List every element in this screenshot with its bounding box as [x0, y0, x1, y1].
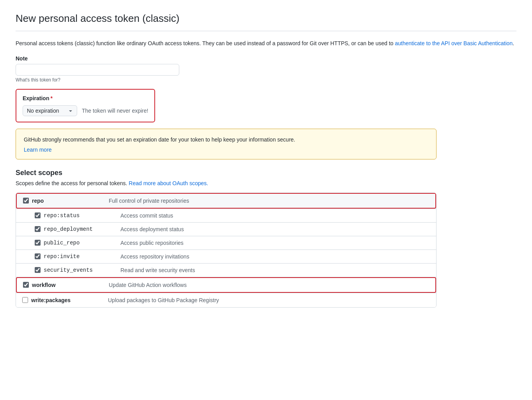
divider	[16, 31, 516, 31]
repo-status-name: repo:status	[44, 212, 80, 219]
note-group: Note What's this token for?	[16, 55, 516, 83]
repo-deployment-checkbox[interactable]	[35, 226, 41, 232]
description: Personal access tokens (classic) functio…	[16, 39, 516, 48]
expiration-row: No expiration The token will never expir…	[23, 105, 148, 116]
public-repo-desc: Access public repositories	[120, 240, 430, 246]
expiration-group: Expiration* No expiration The token will…	[16, 89, 155, 122]
security-events-name: security_events	[44, 267, 93, 273]
repo-desc: Full control of private repositories	[109, 198, 429, 204]
write-packages-checkbox[interactable]	[22, 297, 28, 303]
security-events-row: security_events Read and write security …	[16, 263, 436, 277]
expiration-note: The token will never expire!	[82, 108, 148, 114]
public-repo-name: public_repo	[44, 240, 80, 246]
workflow-checkbox[interactable]	[23, 282, 29, 288]
repo-parent-row: repo Full control of private repositorie…	[16, 193, 436, 209]
repo-deployment-name: repo_deployment	[44, 226, 93, 232]
security-events-checkbox[interactable]	[35, 267, 41, 273]
repo-status-checkbox[interactable]	[35, 212, 41, 218]
note-input[interactable]	[16, 64, 179, 76]
scopes-description: Scopes define the access for personal to…	[16, 180, 516, 186]
expiration-label: Expiration*	[23, 95, 148, 101]
repo-checkbox-area: repo	[23, 198, 109, 204]
warning-text: GitHub strongly recommends that you set …	[24, 135, 428, 144]
write-packages-desc: Upload packages to GitHub Package Regist…	[108, 297, 430, 303]
api-auth-link[interactable]: authenticate to the API over Basic Authe…	[395, 40, 513, 46]
public-repo-checkbox[interactable]	[35, 240, 41, 246]
scopes-table: repo Full control of private repositorie…	[16, 193, 437, 308]
workflow-desc: Update GitHub Action workflows	[109, 282, 429, 288]
repo-deployment-row: repo_deployment Access deployment status	[16, 222, 436, 236]
write-packages-checkbox-area: write:packages	[22, 297, 108, 303]
repo-status-desc: Access commit status	[120, 212, 430, 219]
page-title: New personal access token (classic)	[16, 12, 516, 25]
repo-checkbox[interactable]	[23, 198, 29, 204]
repo-name: repo	[32, 198, 44, 204]
repo-status-checkbox-area: repo:status	[35, 212, 120, 219]
repo-invite-name: repo:invite	[44, 253, 80, 260]
note-hint: What's this token for?	[16, 77, 516, 83]
warning-box: GitHub strongly recommends that you set …	[16, 129, 437, 159]
repo-deployment-desc: Access deployment status	[120, 226, 430, 232]
repo-invite-checkbox-area: repo:invite	[35, 253, 120, 260]
oauth-scopes-link[interactable]: Read more about OAuth scopes.	[129, 180, 208, 186]
security-events-desc: Read and write security events	[120, 267, 430, 273]
workflow-section: workflow Update GitHub Action workflows	[16, 277, 436, 293]
workflow-name: workflow	[32, 282, 56, 288]
repo-status-row: repo:status Access commit status	[16, 209, 436, 222]
write-packages-section: write:packages Upload packages to GitHub…	[16, 293, 436, 307]
workflow-row: workflow Update GitHub Action workflows	[16, 277, 436, 293]
public-repo-checkbox-area: public_repo	[35, 240, 120, 246]
repo-invite-row: repo:invite Access repository invitation…	[16, 250, 436, 263]
repo-invite-desc: Access repository invitations	[120, 253, 430, 260]
scopes-title: Select scopes	[16, 169, 516, 177]
workflow-checkbox-area: workflow	[23, 282, 109, 288]
repo-invite-checkbox[interactable]	[35, 253, 41, 259]
write-packages-name: write:packages	[31, 297, 71, 303]
learn-more-link[interactable]: Learn more	[24, 147, 52, 153]
write-packages-row: write:packages Upload packages to GitHub…	[16, 293, 436, 307]
repo-section: repo Full control of private repositorie…	[16, 193, 436, 277]
expiration-select[interactable]: No expiration	[23, 105, 77, 116]
repo-deployment-checkbox-area: repo_deployment	[35, 226, 120, 232]
note-label: Note	[16, 55, 516, 62]
public-repo-row: public_repo Access public repositories	[16, 236, 436, 250]
security-events-checkbox-area: security_events	[35, 267, 120, 273]
